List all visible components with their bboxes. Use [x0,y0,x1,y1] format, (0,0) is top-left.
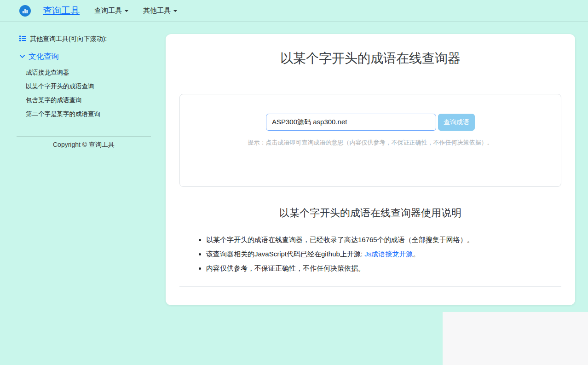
nav-item-label: 其他工具 [143,6,171,15]
instructions-title: 以某个字开头的成语在线查询器使用说明 [166,206,575,220]
site-logo-icon[interactable] [19,5,31,17]
chevron-down-icon [19,52,25,61]
sidebar-heading: 其他查询工具(可向下滚动): [17,35,151,43]
sidebar: 其他查询工具(可向下滚动): 文化查询 成语接龙查询器 以某个字开头的成语查询 … [17,35,151,149]
caret-down-icon [173,10,177,12]
instruction-item: 内容仅供参考，不保证正确性，不作任何决策依据。 [206,263,548,273]
nav-item-query-tools[interactable]: 查询工具 [94,6,128,15]
search-input[interactable] [266,114,436,131]
page-title: 以某个字开头的成语在线查询器 [166,50,575,67]
navbar: 查询工具 查询工具 其他工具 [0,0,588,22]
sidebar-item-idiom-starts-with[interactable]: 以某个字开头的成语查询 [17,82,151,91]
github-opensource-link[interactable]: Js成语接龙开源 [364,250,413,258]
instruction-item: 以某个字开头的成语在线查询器，已经收录了高达16765个的成语（全部搜集于网络）… [206,235,548,245]
nav-item-label: 查询工具 [94,6,122,15]
caret-down-icon [125,10,128,12]
content-card: 以某个字开头的成语在线查询器 查询成语 提示：点击成语即可查询成语的意思（内容仅… [166,34,575,305]
search-panel: 查询成语 提示：点击成语即可查询成语的意思（内容仅供参考，不保证正确性，不作任何… [179,94,561,187]
sidebar-tool-list: 成语接龙查询器 以某个字开头的成语查询 包含某字的成语查询 第二个字是某字的成语… [17,68,151,119]
search-hint: 提示：点击成语即可查询成语的意思（内容仅供参考，不保证正确性，不作任何决策依据）… [180,139,561,147]
card-bottom-divider [179,286,561,287]
sidebar-item-idiom-solitaire[interactable]: 成语接龙查询器 [17,68,151,77]
instruction-text: 。 [413,250,420,258]
nav-item-other-tools[interactable]: 其他工具 [143,6,177,15]
instructions-list: 以某个字开头的成语在线查询器，已经收录了高达16765个的成语（全部搜集于网络）… [166,235,575,273]
instruction-text: 以某个字开头的成语在线查询器，已经收录了高达16765个的成语（全部搜集于网络）… [206,236,474,243]
copyright-text: Copyright © 查询工具 [17,141,151,149]
query-idiom-button[interactable]: 查询成语 [438,114,475,131]
sidebar-item-idiom-contains[interactable]: 包含某字的成语查询 [17,96,151,105]
list-icon [19,35,26,43]
instruction-text: 内容仅供参考，不保证正确性，不作任何决策依据。 [206,264,365,272]
instruction-text: 该查询器相关的JavaScript代码已经在github上开源: [206,250,364,258]
instruction-item: 该查询器相关的JavaScript代码已经在github上开源: Js成语接龙开… [206,249,548,259]
sidebar-item-idiom-second-char[interactable]: 第二个字是某字的成语查询 [17,110,151,119]
sidebar-category-culture[interactable]: 文化查询 [17,52,151,62]
sidebar-category-label: 文化查询 [29,52,59,62]
sidebar-heading-label: 其他查询工具(可向下滚动): [30,35,107,43]
ad-placeholder [443,312,588,365]
brand-link[interactable]: 查询工具 [43,5,80,17]
sidebar-divider [17,136,151,137]
search-input-group: 查询成语 [180,114,561,131]
